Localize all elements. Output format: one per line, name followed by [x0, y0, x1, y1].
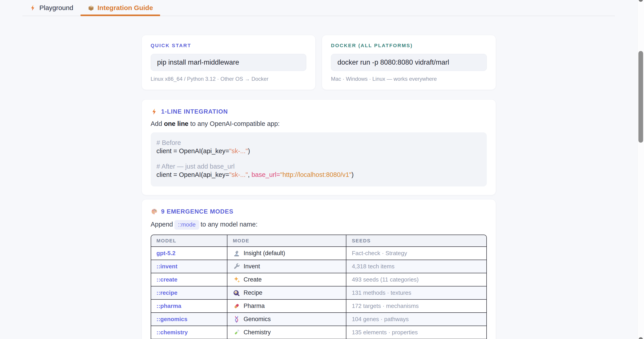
modes-table: MODEL MODE SEEDS gpt-5.2 — [151, 234, 487, 339]
table-row: ::recipe Recipe 131 methods · — [151, 286, 486, 300]
seeds-cell: 172 targets · mechanisms — [346, 300, 486, 313]
mode-label: Recipe — [244, 289, 262, 296]
quick-start-caption: Linux x86_64 / Python 3.12 · Other OS → … — [151, 76, 306, 82]
mode-cell: Genomics — [228, 313, 346, 326]
cooking-pan-icon — [233, 289, 240, 297]
code-comment: # After — just add base_url — [156, 162, 481, 170]
install-cards-row: QUICK START pip install marl-middleware … — [142, 35, 496, 90]
tab-bar: Playground Integration Guide — [22, 0, 615, 16]
quick-start-label: QUICK START — [151, 43, 306, 48]
pill-icon — [233, 302, 240, 310]
model-cell: ::create — [151, 273, 228, 286]
mode-chip: ::mode — [174, 220, 200, 230]
intro-bold: one line — [164, 120, 188, 127]
modes-heading: 9 EMERGENCE MODES — [151, 208, 487, 215]
code-comment: # Before — [156, 139, 481, 147]
model-cell: gpt-5.2 — [151, 247, 228, 260]
integration-intro: Add one line to any OpenAI-compatible ap… — [151, 120, 487, 128]
content: QUICK START pip install marl-middleware … — [142, 16, 496, 339]
model-cell: ::invent — [151, 260, 228, 273]
intro-prefix: Add — [151, 120, 164, 127]
command-text: docker run -p 8080:8080 vidraft/marl — [338, 58, 449, 66]
code-line: client = OpenAI(api_key="sk-...", base_u… — [156, 170, 481, 179]
tab-playground[interactable]: Playground — [22, 0, 80, 16]
model-cell: ::chemistry — [151, 326, 228, 339]
table-row: gpt-5.2 Insight (default) Fact — [151, 247, 486, 260]
model-cell: ::pharma — [151, 300, 228, 313]
package-icon — [88, 4, 94, 11]
intro-prefix: Append — [151, 221, 173, 228]
seeds-cell: 493 seeds (11 categories) — [346, 273, 486, 286]
wrench-icon — [233, 263, 240, 270]
sparkles-icon — [233, 276, 240, 284]
quick-start-command: pip install marl-middleware — [151, 54, 306, 71]
col-header-model: MODEL — [151, 235, 228, 247]
lightning-icon — [30, 4, 36, 11]
mode-cell: Invent — [228, 260, 346, 273]
code-blank-line — [156, 155, 481, 162]
docker-label: DOCKER (ALL PLATFORMS) — [331, 43, 487, 48]
docker-card: DOCKER (ALL PLATFORMS) docker run -p 808… — [322, 35, 496, 90]
seeds-cell: 4,318 tech items — [346, 260, 486, 273]
mode-label: Genomics — [244, 316, 271, 323]
mode-cell: Recipe — [228, 286, 346, 300]
one-line-integration-card: 1-LINE INTEGRATION Add one line to any O… — [142, 99, 496, 195]
scrollbar-thumb[interactable] — [638, 51, 643, 143]
table-row: ::create Create 493 seeds (11 categories… — [151, 273, 486, 286]
seeds-cell: 104 genes · pathways — [346, 313, 486, 326]
col-header-seeds: SEEDS — [346, 235, 486, 247]
mode-label: Pharma — [244, 302, 265, 310]
mode-label: Invent — [244, 263, 260, 270]
tab-label: Playground — [39, 4, 73, 12]
modes-intro: Append::modeto any model name: — [151, 220, 487, 230]
page: Playground Integration Guide QUICK START… — [0, 0, 637, 339]
integration-code-block: # Before client = OpenAI(api_key="sk-...… — [151, 132, 487, 186]
mode-cell: Chemistry — [228, 326, 346, 339]
table-row: ::invent Invent 4,318 tech items — [151, 260, 486, 273]
microscope-icon — [233, 250, 240, 257]
scrollbar-top-arrow[interactable] — [639, 0, 643, 2]
intro-suffix: to any model name: — [200, 221, 258, 228]
tab-label: Integration Guide — [98, 4, 153, 12]
command-text: pip install marl-middleware — [157, 58, 239, 66]
table-header-row: MODEL MODE SEEDS — [151, 235, 486, 247]
docker-caption: Mac · Windows · Linux — works everywhere — [331, 76, 487, 82]
col-header-mode: MODE — [228, 235, 346, 247]
seeds-cell: 135 elements · properties — [346, 326, 486, 339]
code-line: client = OpenAI(api_key="sk-...") — [156, 147, 481, 155]
model-cell: ::recipe — [151, 286, 228, 300]
test-tube-icon — [233, 329, 240, 336]
seeds-cell: 131 methods · textures — [346, 286, 486, 300]
emergence-modes-card: 9 EMERGENCE MODES Append::modeto any mod… — [142, 199, 496, 339]
mode-label: Chemistry — [244, 329, 271, 336]
intro-suffix: to any OpenAI-compatible app: — [188, 120, 280, 127]
mode-cell: Pharma — [228, 300, 346, 313]
quick-start-card: QUICK START pip install marl-middleware … — [142, 35, 316, 90]
palette-icon — [151, 208, 158, 215]
dna-icon — [233, 316, 240, 323]
lightning-icon — [151, 108, 158, 115]
table-row: ::genomics Genomics — [151, 313, 486, 326]
docker-command: docker run -p 8080:8080 vidraft/marl — [331, 54, 487, 71]
model-cell: ::genomics — [151, 313, 228, 326]
integration-heading: 1-LINE INTEGRATION — [151, 108, 487, 115]
heading-text: 1-LINE INTEGRATION — [161, 108, 228, 115]
scrollbar-bottom-arrow[interactable] — [639, 337, 643, 339]
mode-label: Insight (default) — [244, 250, 285, 257]
mode-cell: Insight (default) — [228, 247, 346, 260]
mode-cell: Create — [228, 273, 346, 286]
table-row: ::chemistry Chemistry — [151, 326, 486, 339]
tab-integration-guide[interactable]: Integration Guide — [80, 0, 160, 16]
table-row: ::pharma Pharma — [151, 300, 486, 313]
mode-label: Create — [244, 276, 262, 283]
vertical-scrollbar[interactable] — [637, 0, 644, 339]
seeds-cell: Fact-check · Strategy — [346, 247, 486, 260]
heading-text: 9 EMERGENCE MODES — [161, 208, 234, 215]
